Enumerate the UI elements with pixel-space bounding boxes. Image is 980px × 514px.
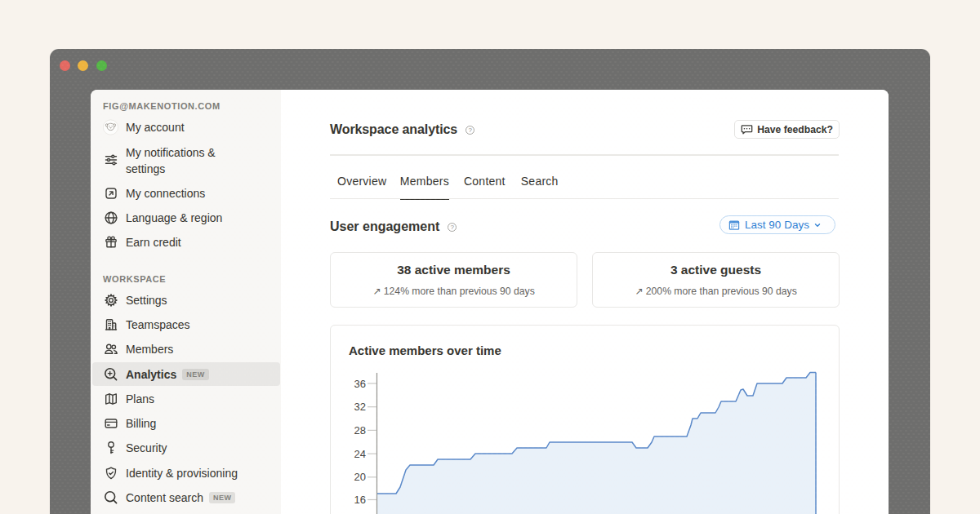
svg-text:20: 20 [354,471,366,483]
svg-text:16: 16 [354,494,366,506]
svg-text:36: 36 [354,378,366,390]
svg-text:24: 24 [354,448,366,460]
svg-text:32: 32 [354,401,366,413]
svg-text:28: 28 [354,424,366,436]
